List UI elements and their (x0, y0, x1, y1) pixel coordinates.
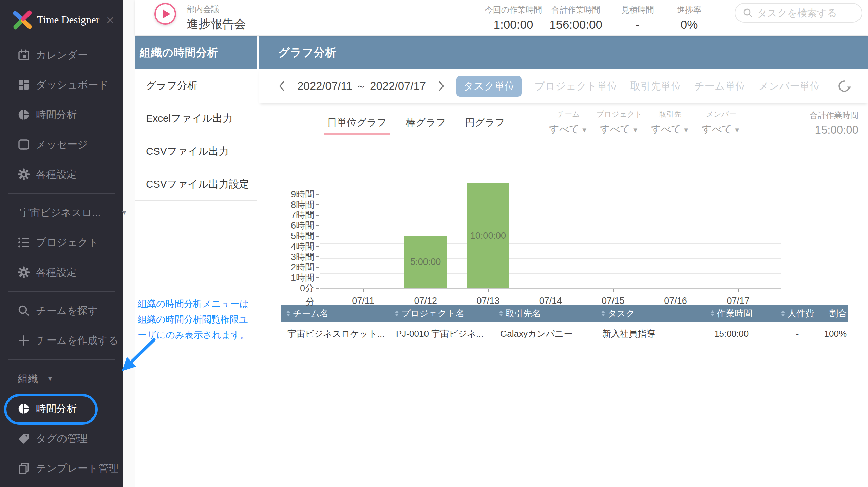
play-button[interactable] (154, 3, 176, 25)
column-header-work-time[interactable]: 作業時間 (707, 305, 772, 322)
task-title: 進捗報告会 (187, 16, 246, 32)
sidebar-item-settings[interactable]: 各種設定 (0, 159, 123, 189)
task-search-box[interactable] (735, 3, 862, 23)
sidebar-item-org-time-analysis[interactable]: 時間分析 (0, 394, 123, 424)
tab-bar-graph[interactable]: 棒グラフ (406, 116, 446, 130)
column-header-ratio[interactable]: 割合 (823, 305, 848, 322)
y-axis-tick-label: 3時間 (270, 251, 314, 263)
x-axis-tick-mark (613, 289, 614, 292)
chart-gridline (320, 258, 781, 259)
cell-task-name: 新入社員指導 (596, 328, 707, 340)
sidebar-item-template-management[interactable]: テンプレート管理 (0, 453, 123, 483)
annotation-note: 組織の時間分析メニューは組織の時間分析閲覧権限ユーザにのみ表示されます。 (138, 296, 256, 343)
stat-label: 今回の作業時間 (485, 4, 542, 15)
page-title: グラフ分析 (278, 45, 337, 60)
tab-member-unit[interactable]: メンバー単位 (758, 79, 820, 93)
filter-team-dropdown[interactable]: すべて▼ (543, 122, 594, 136)
sidebar-item-calendar[interactable]: カレンダー (0, 40, 123, 70)
tab-daily-graph[interactable]: 日単位グラフ (327, 116, 387, 130)
y-axis-tick-mark (316, 225, 319, 226)
main-header: グラフ分析 (259, 36, 868, 69)
chart-gridline (320, 199, 781, 199)
pie-chart-icon (18, 403, 30, 415)
x-axis-date-label: 07/12 (398, 296, 453, 306)
chart-gridline (320, 184, 781, 184)
tab-client-unit[interactable]: 取引先単位 (630, 79, 681, 93)
chevron-down-icon: ▼ (47, 375, 53, 383)
total-label: 合計作業時間 (810, 110, 858, 121)
cell-client-name: Galaxyカンパニー (493, 328, 596, 340)
tab-task-unit[interactable]: タスク単位 (456, 76, 522, 97)
tab-project-unit[interactable]: プロジェクト単位 (534, 79, 617, 93)
tab-team-unit[interactable]: チーム単位 (694, 79, 746, 93)
filter-member-dropdown[interactable]: すべて▼ (696, 122, 747, 136)
sidebar-item-dashboard[interactable]: ダッシュボード (0, 70, 123, 100)
panel-item-excel-export[interactable]: Excelファイル出力 (135, 102, 257, 135)
column-header-labor-cost[interactable]: 人件費 (772, 305, 823, 322)
sidebar-item-label: 各種設定 (36, 168, 77, 181)
filter-project-dropdown[interactable]: すべて▼ (594, 122, 645, 136)
stat-label: 合計作業時間 (547, 4, 605, 15)
stat-progress-rate: 進捗率 0% (665, 4, 713, 32)
y-axis-tick-mark (316, 194, 319, 195)
date-range[interactable]: 2022/07/11 ～ 2022/07/17 (297, 79, 426, 94)
sort-icon (781, 310, 785, 317)
filter-team: チーム すべて▼ (543, 109, 594, 136)
sidebar-item-create-team[interactable]: チームを作成する (0, 326, 123, 355)
x-axis-tick-mark (426, 289, 426, 292)
sidebar-item-label: 各種設定 (36, 266, 77, 279)
table-row[interactable]: 宇宙ビジネスロケット... PJ-0010 宇宙ビジネ... Galaxyカンパ… (281, 322, 848, 346)
sidebar-gutter (123, 0, 135, 487)
cell-ratio: 100% (823, 329, 848, 339)
filter-label: 取引先 (645, 109, 696, 119)
column-header-task[interactable]: タスク (596, 305, 707, 322)
column-header-client[interactable]: 取引先名 (493, 305, 596, 322)
sidebar-item-time-analysis[interactable]: 時間分析 (0, 100, 123, 130)
search-input[interactable] (757, 7, 852, 19)
chart-gridline (320, 229, 781, 229)
y-axis-tick-mark (316, 204, 319, 205)
sort-icon (286, 310, 290, 317)
sidebar-team-selector[interactable]: 宇宙ビジネスロ... ▼ (0, 198, 123, 228)
app-title: Time Designer (37, 14, 99, 26)
panel-item-csv-export-settings[interactable]: CSVファイル出力設定 (135, 168, 257, 201)
sidebar-item-tag-management[interactable]: タグの管理 (0, 424, 123, 453)
cell-labor-cost: - (772, 329, 823, 339)
sort-icon (710, 310, 715, 317)
chart-gridline (320, 244, 781, 244)
y-axis-tick-mark (316, 277, 319, 278)
time-designer-logo-icon (11, 9, 34, 31)
sidebar-item-find-team[interactable]: チームを探す (0, 296, 123, 326)
filter-label: チーム (543, 109, 594, 119)
chart-gridline (320, 273, 781, 274)
refresh-icon[interactable] (837, 78, 852, 94)
x-axis-tick-mark (363, 289, 364, 292)
chart-plot: 0分1時間2時間3時間4時間5時間6時間7時間8時間9時間5:00:0010:0… (320, 184, 781, 288)
y-axis-tick-mark (316, 246, 319, 247)
filter-client: 取引先 すべて▼ (645, 109, 696, 136)
sidebar-item-message[interactable]: メッセージ (0, 130, 123, 159)
tab-pie-graph[interactable]: 円グラフ (465, 116, 505, 130)
filter-client-dropdown[interactable]: すべて▼ (645, 122, 696, 136)
sidebar-item-label: チームを探す (36, 304, 98, 318)
chevron-right-icon[interactable] (437, 80, 445, 92)
sort-icon (395, 310, 399, 317)
y-axis-tick-mark (316, 236, 319, 237)
sidebar-item-label: プロジェクト (36, 236, 98, 250)
x-axis-date-label: 07/11 (336, 296, 390, 306)
filter-member: メンバー すべて▼ (696, 109, 747, 136)
sidebar-org-selector[interactable]: 組織 ▼ (0, 364, 123, 394)
dashboard-icon (18, 79, 30, 91)
cell-work-time: 15:00:00 (707, 329, 772, 339)
chevron-left-icon[interactable] (278, 80, 286, 92)
sidebar-close-icon[interactable]: × (106, 13, 114, 27)
plus-icon (18, 334, 30, 347)
column-header-project[interactable]: プロジェクト名 (389, 305, 493, 322)
panel-item-graph-analysis[interactable]: グラフ分析 (135, 69, 257, 102)
panel-item-csv-export[interactable]: CSVファイル出力 (135, 135, 257, 168)
sidebar: Time Designer × カレンダー ダッシュボード (0, 0, 123, 487)
stat-label: 見積時間 (609, 4, 666, 15)
calendar-icon (18, 49, 30, 61)
sidebar-item-project[interactable]: プロジェクト (0, 228, 123, 257)
sidebar-item-team-settings[interactable]: 各種設定 (0, 257, 123, 287)
